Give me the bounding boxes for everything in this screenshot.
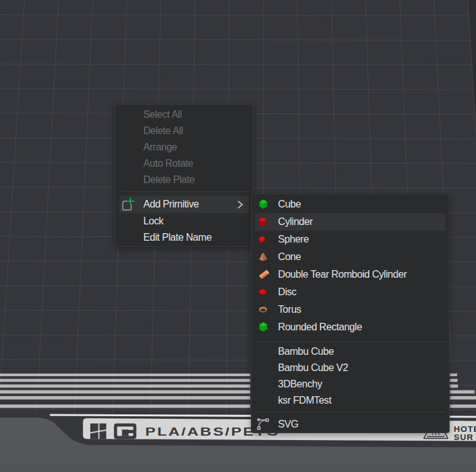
svg-text:SUR: SUR [454, 433, 474, 442]
